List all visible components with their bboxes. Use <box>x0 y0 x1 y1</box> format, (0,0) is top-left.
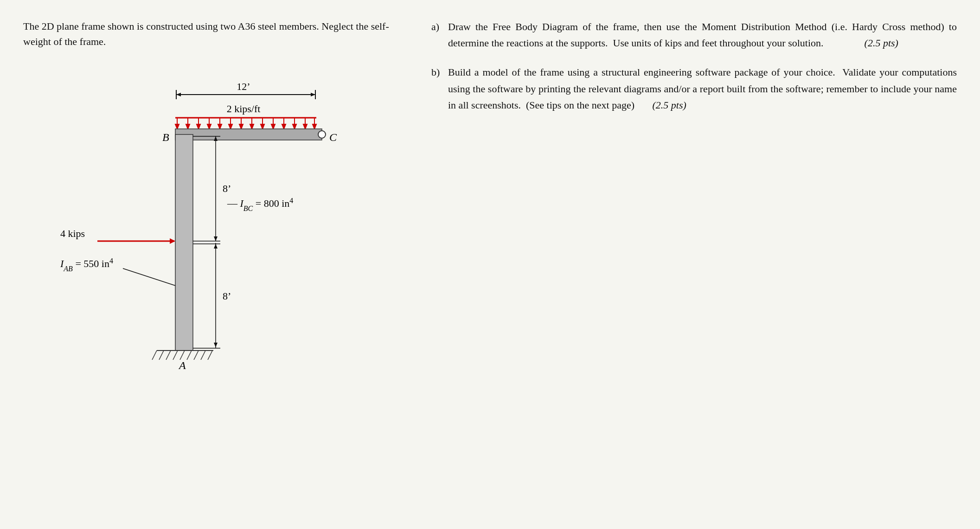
iab-label: IAB = 550 in4 <box>60 257 113 273</box>
svg-marker-31 <box>303 124 307 129</box>
svg-marker-1 <box>176 93 181 96</box>
svg-marker-2 <box>311 93 315 96</box>
svg-marker-9 <box>186 124 190 129</box>
svg-marker-15 <box>218 124 222 129</box>
label-c: C <box>329 131 337 143</box>
question-a-letter: a) <box>431 19 448 35</box>
svg-line-48 <box>180 351 185 360</box>
svg-line-52 <box>208 351 212 360</box>
iab-pointer <box>123 268 175 286</box>
distributed-load <box>175 118 316 129</box>
svg-marker-25 <box>271 124 275 129</box>
svg-marker-23 <box>261 124 264 129</box>
question-b-pts: (2.5 pts) <box>653 99 686 111</box>
force-label: 4 kips <box>60 228 85 239</box>
problem-intro: The 2D plane frame shown is constructed … <box>23 19 404 49</box>
load-label: 2 kips/ft <box>227 103 261 115</box>
height-lower-label: 8’ <box>223 290 231 302</box>
svg-marker-17 <box>229 124 232 129</box>
svg-line-45 <box>159 351 164 360</box>
question-b-text: Build a model of the frame using a struc… <box>448 64 957 113</box>
svg-marker-36 <box>214 236 218 241</box>
svg-line-44 <box>152 351 157 360</box>
svg-marker-29 <box>293 124 296 129</box>
svg-line-46 <box>166 351 171 360</box>
svg-marker-11 <box>197 124 200 129</box>
frame-diagram: 12’ 2 kips/ft <box>51 63 376 388</box>
column-ab <box>175 134 193 351</box>
force-arrow-head <box>170 238 175 244</box>
height-upper-label: 8’ <box>223 183 231 194</box>
svg-marker-40 <box>214 244 218 249</box>
svg-marker-27 <box>282 124 286 129</box>
question-a: a) Draw the Free Body Diagram of the fra… <box>431 19 957 51</box>
question-b-letter: b) <box>431 64 448 80</box>
svg-line-51 <box>201 351 205 360</box>
ibc-label: ― IBC = 800 in4 <box>227 197 293 212</box>
pin-c <box>318 131 326 138</box>
svg-marker-7 <box>175 124 179 129</box>
question-a-text: Draw the Free Body Diagram of the frame,… <box>448 19 957 51</box>
right-panel: a) Draw the Free Body Diagram of the fra… <box>422 19 957 388</box>
svg-marker-41 <box>214 343 218 347</box>
label-b: B <box>162 131 169 143</box>
svg-line-47 <box>173 351 178 360</box>
question-a-line: a) Draw the Free Body Diagram of the fra… <box>431 19 957 51</box>
svg-line-49 <box>187 351 192 360</box>
svg-line-50 <box>194 351 199 360</box>
left-panel: The 2D plane frame shown is constructed … <box>23 19 404 388</box>
svg-marker-19 <box>239 124 243 129</box>
beam-bc <box>175 129 322 140</box>
svg-marker-21 <box>250 124 254 129</box>
question-b-line: b) Build a model of the frame using a st… <box>431 64 957 113</box>
label-a: A <box>178 359 186 371</box>
span-label: 12’ <box>237 81 250 92</box>
svg-marker-33 <box>313 124 316 129</box>
svg-marker-13 <box>207 124 211 129</box>
page-container: The 2D plane frame shown is constructed … <box>23 19 957 388</box>
diagram-container: 12’ 2 kips/ft <box>51 63 376 388</box>
question-b: b) Build a model of the frame using a st… <box>431 64 957 113</box>
question-a-pts: (2.5 pts) <box>865 37 898 49</box>
